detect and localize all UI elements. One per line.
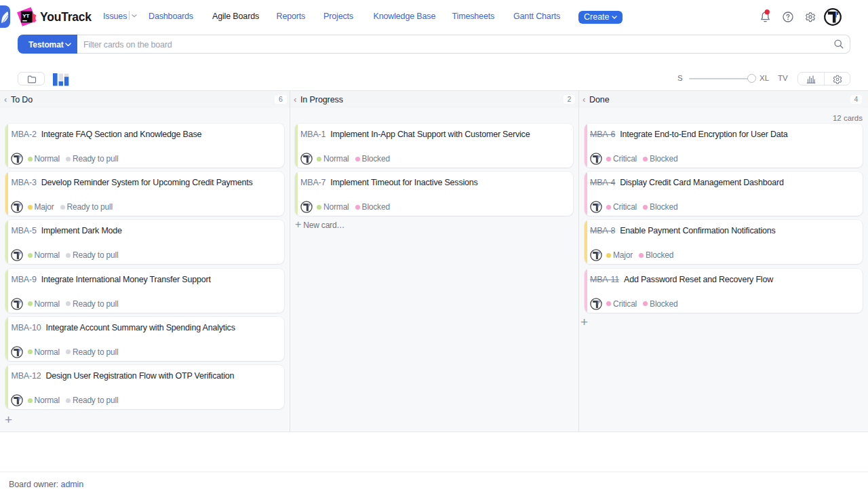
svg-text:YT: YT [22,13,29,19]
